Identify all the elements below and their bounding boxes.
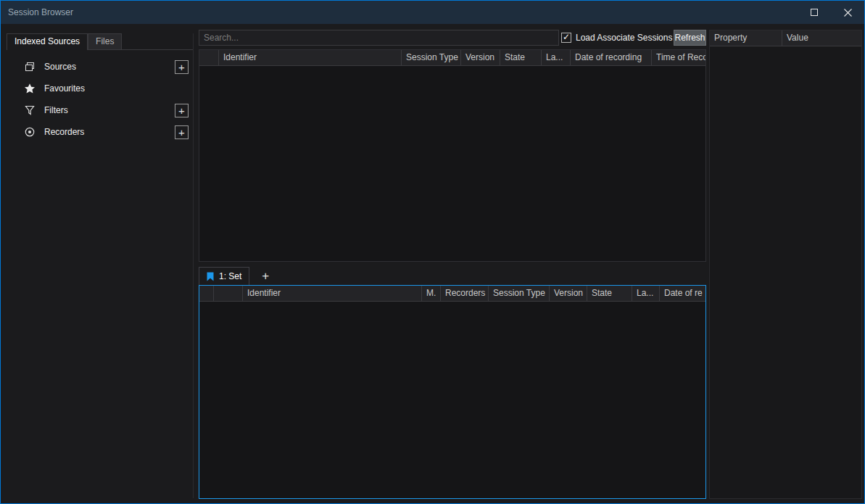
tree-item-favourites[interactable]: Favourites [7, 78, 193, 99]
property-panel-header: Property Value [710, 30, 861, 46]
tree-item-label: Recorders [44, 127, 166, 137]
search-input[interactable] [199, 30, 559, 46]
column-header-version[interactable]: Version [461, 50, 500, 65]
close-icon [844, 9, 852, 17]
column-header-m[interactable]: M. [422, 286, 441, 301]
tree-item-recorders[interactable]: Recorders + [7, 121, 193, 143]
column-header-state[interactable]: State [500, 50, 542, 65]
column-header-blank[interactable] [199, 286, 214, 301]
window-title: Session Browser [1, 7, 798, 17]
column-header-la[interactable]: La... [632, 286, 660, 301]
add-source-button[interactable]: + [175, 60, 189, 74]
property-column-header[interactable]: Property [710, 30, 782, 46]
recorder-icon [24, 126, 36, 138]
tree-item-filters[interactable]: Filters + [7, 99, 193, 121]
column-header-blank[interactable] [199, 50, 219, 65]
tree-item-label: Filters [44, 105, 166, 115]
tree-item-label: Favourites [44, 83, 189, 94]
set-table-header: Identifier M. Recorders Session Type Ver… [199, 286, 705, 302]
refresh-button[interactable]: Refresh [674, 30, 706, 46]
set-table: Identifier M. Recorders Session Type Ver… [199, 285, 706, 499]
sessions-table: Identifier Session Type Version State La… [199, 49, 706, 262]
filter-funnel-icon [24, 104, 36, 116]
column-header-recorders[interactable]: Recorders [441, 286, 489, 301]
column-header-blank2[interactable] [214, 286, 243, 301]
sessions-table-header: Identifier Session Type Version State La… [199, 50, 705, 66]
load-associate-label: Load Associate Sessions [576, 33, 672, 43]
tab-indexed-sources[interactable]: Indexed Sources [7, 33, 88, 50]
set-tab-1[interactable]: 1: Set [199, 267, 249, 285]
tab-files[interactable]: Files [88, 33, 122, 49]
maximize-button[interactable] [798, 1, 831, 24]
value-column-header[interactable]: Value [782, 30, 861, 46]
property-panel-body [710, 46, 861, 498]
checkmark-icon: ✓ [563, 33, 570, 41]
set-tab-label: 1: Set [219, 271, 241, 281]
tree-item-sources[interactable]: Sources + [7, 56, 193, 78]
set-table-body [199, 302, 705, 498]
add-filter-button[interactable]: + [175, 104, 189, 117]
tree-item-label: Sources [44, 62, 166, 72]
column-header-version[interactable]: Version [550, 286, 587, 301]
column-header-state[interactable]: State [587, 286, 632, 301]
checkbox-box: ✓ [561, 33, 571, 43]
bookmark-icon [207, 272, 214, 281]
titlebar: Session Browser [1, 1, 864, 24]
column-header-time-of-recording[interactable]: Time of Reco [652, 50, 705, 65]
maximize-icon [811, 9, 818, 16]
add-recorder-button[interactable]: + [175, 125, 189, 139]
column-header-date-of-recording[interactable]: Date of recording [571, 50, 652, 65]
property-panel: Property Value [709, 30, 862, 499]
column-header-identifier[interactable]: Identifier [243, 286, 422, 301]
column-header-identifier[interactable]: Identifier [219, 50, 402, 65]
close-button[interactable] [831, 1, 864, 24]
set-tab-bar: 1: Set + [199, 267, 272, 285]
column-header-session-type[interactable]: Session Type [402, 50, 461, 65]
column-header-date-of-recording[interactable]: Date of re [660, 286, 705, 301]
column-header-session-type[interactable]: Session Type [489, 286, 550, 301]
sources-panel: Indexed Sources Files Sources + [7, 33, 194, 498]
panel-tab-bar: Indexed Sources Files [7, 33, 193, 50]
session-browser-window: Session Browser Indexed Sources Files [0, 0, 865, 504]
add-set-button[interactable]: + [259, 270, 272, 285]
column-header-la[interactable]: La... [542, 50, 571, 65]
sessions-table-body [199, 66, 705, 261]
load-associate-checkbox[interactable]: ✓ Load Associate Sessions [561, 30, 672, 46]
sources-stack-icon [24, 61, 36, 73]
star-icon [24, 83, 36, 94]
sources-tree: Sources + Favourites Filters + [7, 50, 193, 143]
